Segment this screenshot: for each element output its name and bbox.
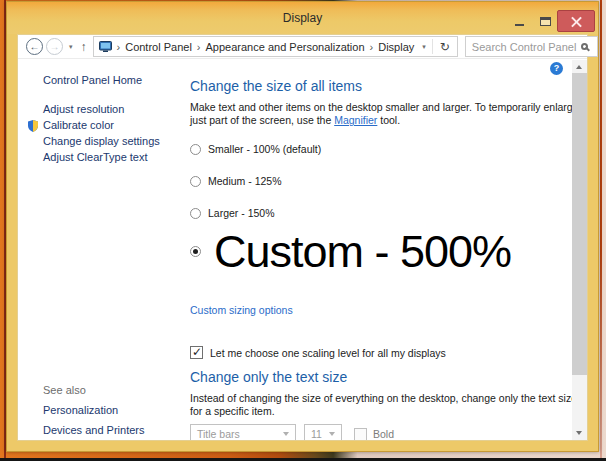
magnifier-link[interactable]: Magnifier [334, 114, 377, 126]
main-panel: Change the size of all items Make text a… [180, 60, 587, 440]
breadcrumb-separator: › [367, 41, 377, 53]
breadcrumb-control-panel[interactable]: Control Panel [123, 41, 194, 53]
refresh-icon[interactable]: ↻ [433, 40, 457, 54]
radio-smaller[interactable] [190, 144, 201, 155]
chevron-down-icon [283, 432, 289, 436]
minimize-button[interactable] [506, 10, 532, 32]
search-icon [581, 43, 588, 50]
address-dropdown-icon[interactable]: ▾ [416, 43, 432, 51]
help-icon[interactable]: ? [550, 62, 563, 75]
font-size-dropdown[interactable]: 11 [304, 424, 342, 440]
custom-sizing-row: Custom sizing options [190, 304, 569, 316]
text-size-description: Instead of changing the size of everythi… [190, 392, 587, 418]
address-bar: › Control Panel › Appearance and Persona… [93, 36, 458, 57]
item-dropdown-value: Title bars [197, 428, 240, 440]
radio-label[interactable]: Smaller - 100% (default) [208, 143, 321, 155]
item-dropdown[interactable]: Title bars [190, 424, 296, 440]
radio-row-medium: Medium - 125% [190, 175, 569, 187]
display-icon [99, 41, 112, 52]
desc-text: tool. [377, 114, 400, 126]
scroll-up-icon[interactable] [572, 60, 587, 73]
breadcrumb-appearance-personalization[interactable]: Appearance and Personalization [204, 41, 367, 53]
sidebar: Control Panel Home Adjust resolution Cal… [18, 60, 180, 440]
minimize-icon [515, 24, 524, 26]
one-scaling-checkbox-checked[interactable]: ✓ [190, 346, 203, 359]
sidebar-item-calibrate-color[interactable]: Calibrate color [43, 118, 180, 133]
breadcrumb-separator: › [114, 41, 124, 53]
back-button[interactable]: ← [26, 38, 43, 55]
content-area: ? Control Panel Home Adjust resolution C… [18, 60, 587, 440]
uac-shield-icon [28, 120, 38, 136]
display-window: Display ← → ▾ ↑ › Control Panel › [6, 1, 599, 452]
sidebar-item-label: Calibrate color [43, 119, 114, 131]
navigation-bar: ← → ▾ ↑ › Control Panel › Appearance and… [18, 35, 587, 59]
search-input[interactable] [466, 41, 581, 53]
radio-custom-selected[interactable] [190, 246, 201, 257]
radio-larger[interactable] [190, 208, 201, 219]
page-title: Change the size of all items [190, 78, 569, 94]
sidebar-item-change-display-settings[interactable]: Change display settings [43, 134, 180, 149]
maximize-button[interactable] [532, 10, 558, 32]
breadcrumb-display[interactable]: Display [376, 41, 416, 53]
bold-label: Bold [373, 428, 394, 440]
custom-scale-label[interactable]: Custom - 500% [214, 229, 511, 274]
see-also-label: See also [43, 380, 145, 400]
custom-sizing-options-link[interactable]: Custom sizing options [190, 304, 293, 316]
scroll-down-icon[interactable] [572, 427, 587, 440]
breadcrumb-separator: › [194, 41, 204, 53]
vertical-scrollbar[interactable] [572, 60, 587, 440]
text-size-heading: Change only the text size [190, 369, 569, 385]
one-scaling-row: ✓ Let me choose one scaling level for al… [190, 346, 569, 359]
sidebar-item-adjust-resolution[interactable]: Adjust resolution [43, 102, 180, 117]
close-button[interactable] [557, 10, 595, 32]
sidebar-item-control-panel-home[interactable]: Control Panel Home [43, 74, 180, 86]
chevron-down-icon [329, 432, 335, 436]
checkmark-icon: ✓ [192, 345, 202, 359]
see-also-section: See also Personalization Devices and Pri… [43, 380, 145, 440]
bold-checkbox[interactable] [354, 428, 367, 441]
sidebar-item-adjust-cleartype[interactable]: Adjust ClearType text [43, 150, 180, 165]
radio-medium[interactable] [190, 176, 201, 187]
text-size-controls: Title bars 11 Bold [190, 424, 569, 440]
radio-label[interactable]: Larger - 150% [208, 207, 275, 219]
font-size-value: 11 [311, 428, 322, 440]
maximize-icon [540, 17, 551, 26]
radio-label[interactable]: Medium - 125% [208, 175, 282, 187]
radio-row-larger: Larger - 150% [190, 207, 569, 219]
size-description: Make text and other items on the desktop… [190, 101, 587, 127]
forward-button[interactable]: → [46, 38, 63, 55]
one-scaling-label[interactable]: Let me choose one scaling level for all … [210, 347, 446, 359]
scrollbar-thumb[interactable] [572, 73, 587, 375]
recent-pages-dropdown-icon[interactable]: ▾ [65, 43, 77, 51]
radio-row-custom: Custom - 500% [190, 229, 569, 274]
titlebar: Display [7, 2, 598, 34]
close-icon [571, 16, 582, 27]
window-body: ← → ▾ ↑ › Control Panel › Appearance and… [17, 34, 588, 441]
up-button[interactable]: ↑ [77, 40, 93, 54]
radio-row-smaller: Smaller - 100% (default) [190, 143, 569, 155]
sidebar-item-devices-printers[interactable]: Devices and Printers [43, 420, 145, 440]
search-box [465, 36, 598, 57]
sidebar-item-personalization[interactable]: Personalization [43, 400, 145, 420]
